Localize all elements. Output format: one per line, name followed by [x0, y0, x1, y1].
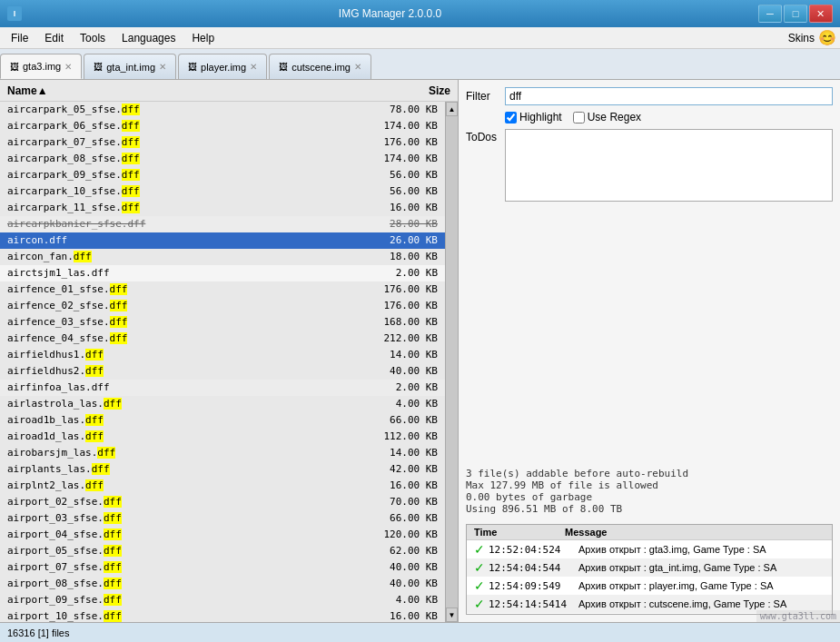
log-col-message-header: Message — [565, 527, 825, 538]
todos-textarea[interactable] — [505, 129, 833, 202]
info-line: 3 file(s) addable before auto-rebuild — [466, 468, 833, 479]
tab-gta-int-img[interactable]: 🖼 gta_int.img ✕ — [84, 54, 176, 79]
app-title: IMG Manager 2.0.0.0 — [339, 7, 441, 20]
tab-player-close[interactable]: ✕ — [250, 62, 257, 72]
file-name: airfence_01_sfse.dff — [7, 282, 365, 297]
table-row[interactable]: aircon.dff26.00 KB — [0, 232, 445, 249]
file-name: aircarpark_05_sfse.dff — [7, 103, 365, 117]
tab-gta3-img[interactable]: 🖼 gta3.img ✕ — [0, 54, 82, 79]
table-row[interactable]: airport_02_sfse.dff70.00 KB — [0, 494, 445, 510]
log-time: 12:54:14:5414 — [489, 598, 575, 610]
file-size: 66.00 KB — [365, 413, 438, 428]
table-row[interactable]: airfence_04_sfse.dff212.00 KB — [0, 331, 445, 347]
table-row[interactable]: airport_03_sfse.dff66.00 KB — [0, 510, 445, 527]
tab-cutscene-img[interactable]: 🖼 cutscene.img ✕ — [269, 54, 371, 79]
file-name: airctsjm1_las.dff — [7, 266, 365, 281]
use-regex-checkbox-label[interactable]: Use Regex — [573, 111, 641, 123]
file-name: aircarpark_06_sfse.dff — [7, 119, 365, 133]
file-name: aircon_fan.dff — [7, 250, 365, 264]
scroll-up-button[interactable]: ▲ — [446, 102, 458, 116]
file-size: 62.00 KB — [365, 544, 438, 558]
scrollbar[interactable]: ▲ ▼ — [445, 102, 458, 622]
tab-player-img[interactable]: 🖼 player.img ✕ — [178, 54, 267, 79]
file-name: airplants_las.dff — [7, 462, 365, 477]
log-row: ✓12:54:09:549Архив открыт : player.img, … — [467, 577, 832, 595]
file-name: airport_05_sfse.dff — [7, 544, 365, 558]
table-row[interactable]: airport_10_sfse.dff16.00 KB — [0, 608, 445, 622]
table-row[interactable]: airport_04_sfse.dff120.00 KB — [0, 527, 445, 543]
skins-area: Skins 😊 — [788, 29, 836, 46]
file-name: airfieldhus2.dff — [7, 364, 365, 379]
window-controls: ─ □ ✕ — [758, 5, 833, 23]
use-regex-label: Use Regex — [588, 111, 641, 123]
table-row[interactable]: aircarpark_10_sfse.dff56.00 KB — [0, 183, 445, 200]
file-name: airfence_03_sfse.dff — [7, 315, 365, 330]
highlight-checkbox-label[interactable]: Highlight — [505, 111, 562, 123]
tab-gta-int-close[interactable]: ✕ — [159, 62, 166, 72]
log-col-time-header: Time — [474, 527, 565, 538]
minimize-button[interactable]: ─ — [758, 5, 782, 23]
filter-input[interactable] — [505, 87, 833, 105]
file-name: airport_10_sfse.dff — [7, 609, 365, 622]
file-name: airoad1d_las.dff — [7, 430, 365, 444]
tab-cutscene-close[interactable]: ✕ — [354, 62, 361, 72]
file-size: 70.00 KB — [365, 495, 438, 509]
table-row[interactable]: airoad1b_las.dff66.00 KB — [0, 412, 445, 429]
close-button[interactable]: ✕ — [809, 5, 833, 23]
table-row[interactable]: aircarpkbanier_sfse.dff28.00 KB — [0, 216, 445, 232]
file-size: 66.00 KB — [365, 511, 438, 526]
table-row[interactable]: airport_09_sfse.dff4.00 KB — [0, 592, 445, 608]
table-row[interactable]: airfence_02_sfse.dff176.00 KB — [0, 298, 445, 314]
table-row[interactable]: airfence_03_sfse.dff168.00 KB — [0, 314, 445, 331]
table-row[interactable]: airctsjm1_las.dff2.00 KB — [0, 265, 445, 281]
table-row[interactable]: aircarpark_09_sfse.dff56.00 KB — [0, 167, 445, 183]
maximize-button[interactable]: □ — [784, 5, 807, 23]
file-name: aircarpkbanier_sfse.dff — [7, 217, 365, 232]
table-row[interactable]: aircarpark_08_sfse.dff174.00 KB — [0, 151, 445, 167]
table-row[interactable]: aircarpark_07_sfse.dff176.00 KB — [0, 134, 445, 151]
table-row[interactable]: airport_08_sfse.dff40.00 KB — [0, 576, 445, 592]
table-row[interactable]: airlastrola_las.dff4.00 KB — [0, 396, 445, 412]
tab-gta-int-label: gta_int.img — [106, 62, 155, 73]
table-row[interactable]: airoad1d_las.dff112.00 KB — [0, 429, 445, 445]
smiley-icon: 😊 — [818, 29, 836, 46]
table-row[interactable]: aircon_fan.dff18.00 KB — [0, 249, 445, 265]
table-row[interactable]: aircarpark_11_sfse.dff16.00 KB — [0, 200, 445, 216]
table-row[interactable]: aircarpark_06_sfse.dff174.00 KB — [0, 118, 445, 134]
table-row[interactable]: airplnt2_las.dff16.00 KB — [0, 478, 445, 494]
file-list-scroll[interactable]: aircarpark_05_sfse.dff78.00 KBaircarpark… — [0, 102, 445, 622]
table-row[interactable]: airobarsjm_las.dff14.00 KB — [0, 445, 445, 461]
options-row: Highlight Use Regex — [466, 111, 833, 123]
menu-tools[interactable]: Tools — [73, 30, 113, 46]
info-line: 0.00 bytes of garbage — [466, 491, 833, 503]
table-row[interactable]: airport_07_sfse.dff40.00 KB — [0, 559, 445, 576]
menu-bar: File Edit Tools Languages Help Skins 😊 — [0, 27, 840, 49]
file-size: 174.00 KB — [365, 152, 438, 166]
tab-gta3-close[interactable]: ✕ — [64, 62, 72, 72]
table-row[interactable]: airport_05_sfse.dff62.00 KB — [0, 543, 445, 559]
highlight-checkbox[interactable] — [505, 112, 517, 123]
table-row[interactable]: airfinfoa_las.dff2.00 KB — [0, 380, 445, 396]
table-row[interactable]: airfieldhus2.dff40.00 KB — [0, 363, 445, 380]
file-size: 42.00 KB — [365, 462, 438, 477]
file-size: 212.00 KB — [365, 331, 438, 346]
table-row[interactable]: aircarpark_05_sfse.dff78.00 KB — [0, 102, 445, 118]
file-size: 176.00 KB — [365, 299, 438, 313]
file-name: airplnt2_las.dff — [7, 479, 365, 493]
scroll-down-button[interactable]: ▼ — [446, 607, 458, 622]
table-row[interactable]: airfence_01_sfse.dff176.00 KB — [0, 281, 445, 298]
use-regex-checkbox[interactable] — [573, 112, 585, 123]
menu-help[interactable]: Help — [184, 30, 222, 46]
title-bar: I IMG Manager 2.0.0.0 ─ □ ✕ — [0, 0, 840, 27]
file-size: 4.00 KB — [365, 397, 438, 411]
menu-edit[interactable]: Edit — [37, 30, 71, 46]
table-row[interactable]: airplants_las.dff42.00 KB — [0, 461, 445, 478]
file-name: airport_03_sfse.dff — [7, 511, 365, 526]
log-time: 12:52:04:524 — [489, 544, 575, 556]
table-row[interactable]: airfieldhus1.dff14.00 KB — [0, 347, 445, 363]
menu-languages[interactable]: Languages — [114, 30, 183, 46]
skins-label[interactable]: Skins — [788, 32, 815, 44]
main-content: Name ▲ Size aircarpark_05_sfse.dff78.00 … — [0, 80, 840, 622]
menu-file[interactable]: File — [4, 30, 35, 46]
tab-player-label: player.img — [201, 62, 246, 73]
